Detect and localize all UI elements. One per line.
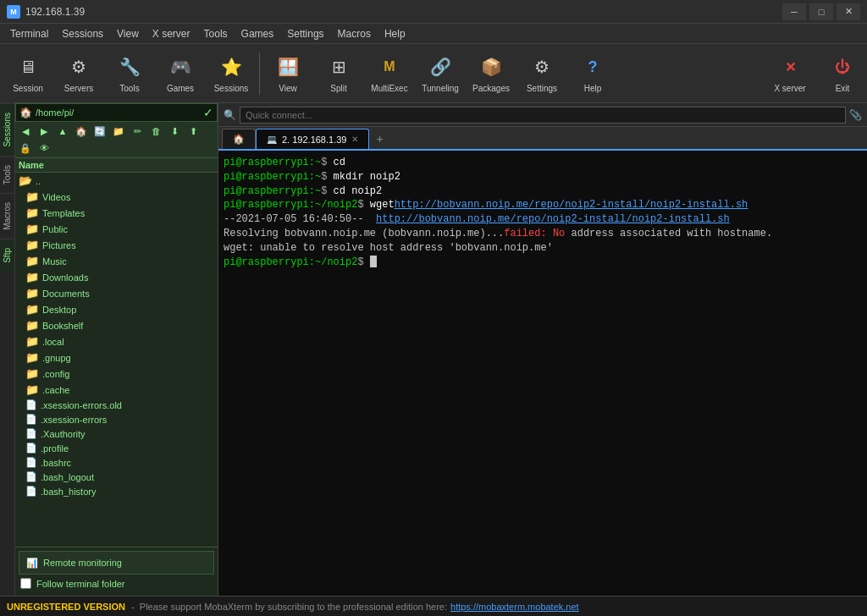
toolbar-exit-button[interactable]: ⏻ Exit	[821, 47, 864, 101]
tools-tab[interactable]: Tools	[0, 156, 14, 193]
file-item-xsession-errors-old[interactable]: 📄 .xsession-errors.old	[15, 398, 218, 412]
toolbar-games-button[interactable]: 🎮 Games	[156, 47, 205, 101]
file-item-templates[interactable]: 📁 Templates	[15, 205, 218, 221]
file-item-config[interactable]: 📁 .config	[15, 366, 218, 382]
remote-monitoring-label: Remote monitoring	[43, 558, 122, 568]
toolbar-tunneling-button[interactable]: 🔗 Tunneling	[416, 47, 465, 101]
file-item-pictures[interactable]: 📁 Pictures	[15, 237, 218, 253]
menu-tools[interactable]: Tools	[197, 24, 235, 44]
toolbar-session-button[interactable]: 🖥 Session	[3, 47, 52, 101]
file-item-label: Videos	[42, 192, 70, 202]
follow-folder-checkbox[interactable]	[20, 578, 31, 589]
menu-xserver[interactable]: X server	[146, 24, 197, 44]
toolbar-exit-label: Exit	[836, 84, 850, 93]
folder-icon: 📁	[25, 383, 39, 396]
file-item-bash-logout[interactable]: 📄 .bash_logout	[15, 470, 218, 484]
file-icon: 📄	[25, 414, 37, 425]
permissions-button[interactable]: 🔒	[17, 140, 34, 156]
status-link[interactable]: https://mobaxterm.mobatek.net	[450, 602, 579, 612]
toolbar-xserver-button[interactable]: ✕ X server	[760, 47, 820, 101]
toolbar-tools-label: Tools	[119, 84, 139, 93]
toolbar-servers-button[interactable]: ⚙ Servers	[54, 47, 103, 101]
session-tab[interactable]: 💻 2. 192.168.1.39 ✕	[256, 129, 369, 149]
nav-back-button[interactable]: ◀	[17, 124, 34, 139]
file-item-profile[interactable]: 📄 .profile	[15, 441, 218, 455]
menu-terminal[interactable]: Terminal	[3, 24, 55, 44]
file-item-cache[interactable]: 📁 .cache	[15, 382, 218, 398]
file-item-videos[interactable]: 📁 Videos	[15, 189, 218, 205]
delete-button[interactable]: 🗑	[147, 124, 164, 139]
packages-icon: 📦	[478, 53, 505, 80]
menu-sessions[interactable]: Sessions	[55, 24, 110, 44]
remote-monitoring-button[interactable]: 📊 Remote monitoring	[19, 551, 214, 575]
file-item-label: Documents	[42, 289, 90, 299]
nav-up-button[interactable]: ▲	[54, 124, 71, 139]
file-item-label: .cache	[42, 385, 69, 395]
folder-icon: 📁	[25, 351, 39, 364]
menu-settings[interactable]: Settings	[280, 24, 330, 44]
toolbar-view-button[interactable]: 🪟 View	[263, 47, 312, 101]
toolbar-tools-button[interactable]: 🔧 Tools	[105, 47, 154, 101]
add-tab-button[interactable]: +	[369, 129, 389, 149]
nav-forward-button[interactable]: ▶	[36, 124, 52, 139]
path-input[interactable]	[36, 107, 200, 118]
app-icon: M	[7, 5, 20, 19]
file-item-desktop[interactable]: 📁 Desktop	[15, 301, 218, 317]
file-item-label: Music	[42, 256, 67, 267]
upload-button[interactable]: ⬆	[185, 124, 202, 139]
rename-button[interactable]: ✏	[129, 124, 146, 139]
toolbar-help-button[interactable]: ? Help	[568, 47, 617, 101]
file-item-bookshelf[interactable]: 📁 Bookshelf	[15, 317, 218, 333]
minimize-button[interactable]: ─	[782, 3, 806, 20]
file-item-label: .bashrc	[41, 458, 71, 468]
file-item-local[interactable]: 📁 .local	[15, 333, 218, 349]
toolbar-packages-button[interactable]: 📦 Packages	[467, 47, 516, 101]
file-item-music[interactable]: 📁 Music	[15, 253, 218, 269]
file-item-bashrc[interactable]: 📄 .bashrc	[15, 455, 218, 470]
menu-macros[interactable]: Macros	[331, 24, 378, 44]
folder-icon: 📁	[25, 319, 39, 332]
file-item-downloads[interactable]: 📁 Downloads	[15, 269, 218, 285]
tools-icon: 🔧	[116, 53, 143, 80]
toolbar-split-button[interactable]: ⊞ Split	[314, 47, 363, 101]
toolbar-packages-label: Packages	[472, 84, 510, 93]
close-button[interactable]: ✕	[837, 3, 860, 20]
nav-home-button[interactable]: 🏠	[73, 124, 90, 139]
toolbar-sessions-button[interactable]: ⭐ Sessions	[207, 47, 256, 101]
new-folder-button[interactable]: 📁	[110, 124, 127, 139]
quick-connect-input[interactable]	[240, 107, 846, 124]
file-item-label: Pictures	[42, 240, 76, 250]
folder-icon: 📁	[25, 255, 39, 267]
menu-games[interactable]: Games	[235, 24, 281, 44]
terminal[interactable]: pi@raspberrypi:~ $ cd pi@raspberrypi:~ $…	[218, 151, 867, 596]
terminal-line-1: pi@raspberrypi:~ $ cd	[224, 156, 862, 170]
download-button[interactable]: ⬇	[166, 124, 183, 139]
menu-help[interactable]: Help	[378, 24, 412, 44]
status-bar: UNREGISTERED VERSION - Please support Mo…	[0, 596, 867, 616]
file-item-parent[interactable]: 📂 ..	[15, 173, 218, 189]
menu-view[interactable]: View	[110, 24, 146, 44]
file-item-documents[interactable]: 📁 Documents	[15, 285, 218, 301]
maximize-button[interactable]: □	[809, 3, 833, 20]
file-item-xsession-errors[interactable]: 📄 .xsession-errors	[15, 412, 218, 426]
file-item-xauthority[interactable]: 📄 .Xauthority	[15, 426, 218, 441]
file-item-label: .Xauthority	[41, 429, 86, 439]
toolbar-settings-button[interactable]: ⚙ Settings	[517, 47, 566, 101]
refresh-button[interactable]: 🔄	[91, 124, 108, 139]
tab-close-button[interactable]: ✕	[351, 135, 358, 144]
folder-icon: 📁	[25, 303, 39, 316]
file-item-gnupg[interactable]: 📁 .gnupg	[15, 349, 218, 366]
file-item-public[interactable]: 📁 Public	[15, 221, 218, 237]
sftp-tab[interactable]: Sftp	[0, 239, 14, 272]
file-list[interactable]: 📂 .. 📁 Videos 📁 Templates 📁 Public 📁 Pic…	[15, 173, 218, 547]
folder-icon: 📁	[25, 271, 39, 283]
macros-tab[interactable]: Macros	[0, 193, 14, 239]
toolbar-multiexec-button[interactable]: M MultiExec	[365, 47, 414, 101]
file-item-bash-history[interactable]: 📄 .bash_history	[15, 484, 218, 498]
home-tab[interactable]: 🏠	[222, 129, 256, 149]
toolbar-view-label: View	[279, 84, 297, 93]
hidden-button[interactable]: 👁	[36, 140, 52, 156]
sessions-tab[interactable]: Sessions	[0, 103, 14, 156]
file-item-label: .xsession-errors	[41, 415, 107, 425]
file-item-label: .local	[42, 337, 64, 347]
